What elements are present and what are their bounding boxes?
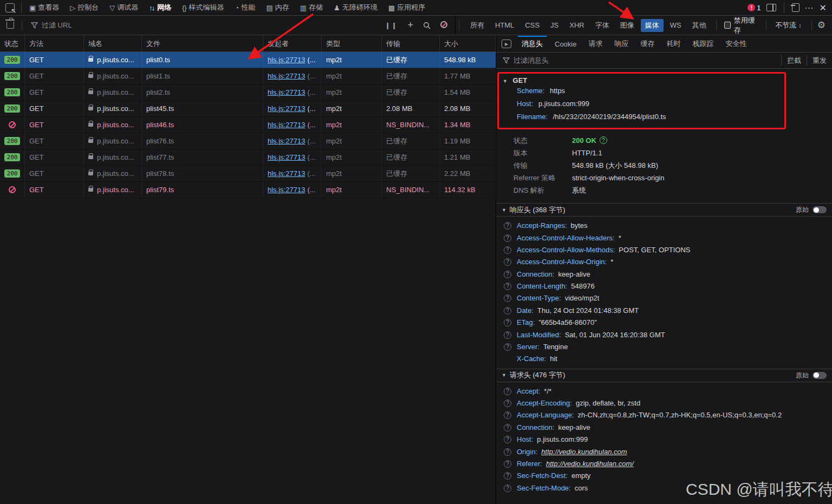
devtools-tab[interactable]: ↑↓ 网络	[144, 0, 177, 15]
block-button[interactable]: 拦截	[781, 55, 807, 66]
initiator-link[interactable]: hls.js:27713	[268, 153, 305, 161]
initiator-link[interactable]: hls.js:27713	[268, 186, 305, 194]
details-tab[interactable]: 安全性	[719, 36, 752, 53]
initiator-link[interactable]: hls.js:27713	[268, 169, 305, 178]
details-tab[interactable]: 响应	[608, 36, 634, 53]
table-row[interactable]: 200 GET p.jisuts.co... plist77.ts hls.js…	[0, 149, 496, 166]
response-headers-section[interactable]: ▼ 响应头 (368 字节) 原始	[496, 203, 832, 217]
table-row[interactable]: 200 GET p.jisuts.co... plist76.ts hls.js…	[0, 133, 496, 149]
close-icon[interactable]: ✕	[820, 3, 827, 13]
disable-cache-checkbox[interactable]	[724, 22, 731, 29]
header-help-icon[interactable]: ?	[504, 294, 511, 302]
initiator-link[interactable]: hls.js:27713	[268, 72, 305, 80]
type-filter-button[interactable]: 所有	[466, 19, 489, 32]
header-help-icon[interactable]: ?	[504, 448, 511, 456]
table-row[interactable]: GET p.jisuts.co... plist79.ts hls.js:277…	[0, 182, 496, 198]
initiator-link[interactable]: hls.js:27713	[268, 137, 305, 145]
type-filter-button[interactable]: 字体	[591, 19, 614, 32]
search-icon[interactable]	[423, 22, 431, 29]
header-help-icon[interactable]: ?	[504, 472, 511, 480]
request-headers-section[interactable]: ▼ 请求头 (476 字节) 原始	[496, 369, 832, 382]
initiator-link[interactable]: hls.js:27713	[268, 121, 305, 129]
devtools-tab[interactable]: ▽ 调试器	[104, 0, 144, 15]
devtools-tab[interactable]: ▣ 查看器	[24, 0, 64, 15]
clear-requests-icon[interactable]	[6, 22, 14, 29]
column-header[interactable]: 大小	[440, 36, 496, 51]
column-header[interactable]: 传输	[382, 36, 440, 51]
devtools-tab[interactable]: ▩ 应用程序	[383, 0, 431, 15]
header-help-icon[interactable]: ?	[504, 307, 511, 315]
header-help-icon[interactable]: ?	[504, 319, 511, 326]
throttling-select[interactable]: 不节流 ↕	[775, 21, 802, 30]
column-header[interactable]: 类型	[322, 36, 382, 51]
pick-element-icon[interactable]: ↖	[5, 3, 15, 12]
type-filter-button[interactable]: CSS	[521, 19, 544, 31]
column-header[interactable]: 状态	[0, 36, 25, 51]
column-header[interactable]: 方法	[25, 36, 84, 51]
initiator-link[interactable]: hls.js:27713	[268, 56, 305, 64]
details-tab[interactable]: 耗时	[660, 36, 686, 53]
initiator-link[interactable]: hls.js:27713	[268, 88, 305, 96]
split-console-icon[interactable]	[766, 4, 776, 11]
table-row[interactable]: 200 GET p.jisuts.co... plist78.ts hls.js…	[0, 166, 496, 182]
details-tab[interactable]: 栈跟踪	[686, 36, 719, 53]
menu-icon[interactable]: ⋯	[805, 3, 814, 13]
column-header[interactable]: 发起者	[263, 36, 322, 51]
header-help-icon[interactable]: ?	[504, 400, 511, 407]
raw-toggle[interactable]	[812, 372, 827, 379]
type-filter-button[interactable]: HTML	[491, 19, 518, 31]
header-help-icon[interactable]: ?	[504, 258, 511, 266]
header-help-icon[interactable]: ?	[504, 485, 511, 492]
header-help-icon[interactable]: ?	[504, 411, 511, 419]
table-row[interactable]: GET p.jisuts.co... plist46.ts hls.js:277…	[0, 117, 496, 133]
new-request-icon[interactable]: +	[408, 19, 414, 31]
table-row[interactable]: 200 GET p.jisuts.co... plist45.ts hls.js…	[0, 101, 496, 117]
type-filter-button[interactable]: XHR	[565, 19, 588, 31]
table-row[interactable]: 200 GET p.jisuts.co... plist2.ts hls.js:…	[0, 84, 496, 101]
type-filter-button[interactable]: WS	[666, 19, 686, 31]
devtools-tab[interactable]: ▥ 存储	[295, 0, 328, 15]
pause-traffic-icon[interactable]: ❙❙	[385, 22, 398, 29]
header-help-icon[interactable]: ?	[504, 343, 511, 351]
table-row[interactable]: 200 GET p.jisuts.co... plist1.ts hls.js:…	[0, 68, 496, 84]
type-filter-button[interactable]: JS	[546, 19, 563, 31]
type-filter-button[interactable]: 媒体	[641, 19, 664, 32]
details-tab[interactable]: 缓存	[634, 36, 660, 53]
details-tab[interactable]: 消息头	[516, 36, 549, 53]
header-help-icon[interactable]: ?	[504, 388, 511, 395]
header-help-icon[interactable]: ?	[504, 246, 511, 254]
collapse-icon[interactable]: ▼	[503, 78, 508, 84]
type-filter-button[interactable]: 图像	[616, 19, 639, 32]
devtools-tab[interactable]: ▷ 控制台	[64, 0, 104, 15]
raw-toggle[interactable]	[812, 206, 827, 213]
header-help-icon[interactable]: ?	[504, 460, 511, 468]
details-tab[interactable]: Cookie	[549, 36, 582, 53]
devtools-tab[interactable]: ▤ 内存	[261, 0, 294, 15]
devtools-tab[interactable]: ◔ 性能	[230, 0, 261, 15]
toggle-details-pane-icon[interactable]: ▶	[502, 40, 511, 48]
filter-url-input[interactable]	[42, 21, 380, 29]
header-help-icon[interactable]: ?	[504, 283, 511, 290]
error-count-badge[interactable]: ! 1	[748, 4, 760, 12]
status-help-icon[interactable]: ?	[600, 136, 607, 144]
table-row[interactable]: 200 GET p.jisuts.co... plist0.ts hls.js:…	[0, 52, 496, 68]
initiator-link[interactable]: hls.js:27713	[268, 104, 305, 113]
dock-icon[interactable]	[792, 3, 800, 12]
header-help-icon[interactable]: ?	[504, 424, 511, 431]
resend-button[interactable]: 重发	[807, 55, 832, 66]
block-request-icon[interactable]	[440, 21, 447, 30]
header-help-icon[interactable]: ?	[504, 234, 511, 242]
header-row: ? Accept-Language: zh-CN,zh;q=0.8,zh-TW;…	[496, 409, 832, 421]
column-header[interactable]: 文件	[142, 36, 263, 51]
header-help-icon[interactable]: ?	[504, 331, 511, 339]
devtools-tab[interactable]: ♟ 无障碍环境	[328, 0, 383, 15]
type-filter-button[interactable]: 其他	[688, 19, 711, 32]
devtools-tab[interactable]: { } 样式编辑器	[177, 0, 229, 15]
header-help-icon[interactable]: ?	[504, 271, 511, 278]
gear-icon[interactable]: ⚙	[817, 19, 826, 31]
header-help-icon[interactable]: ?	[504, 436, 511, 443]
details-tab[interactable]: 请求	[582, 36, 608, 53]
header-help-icon[interactable]: ?	[504, 222, 511, 230]
filter-headers-input[interactable]	[514, 56, 781, 64]
column-header[interactable]: 域名	[84, 36, 142, 51]
